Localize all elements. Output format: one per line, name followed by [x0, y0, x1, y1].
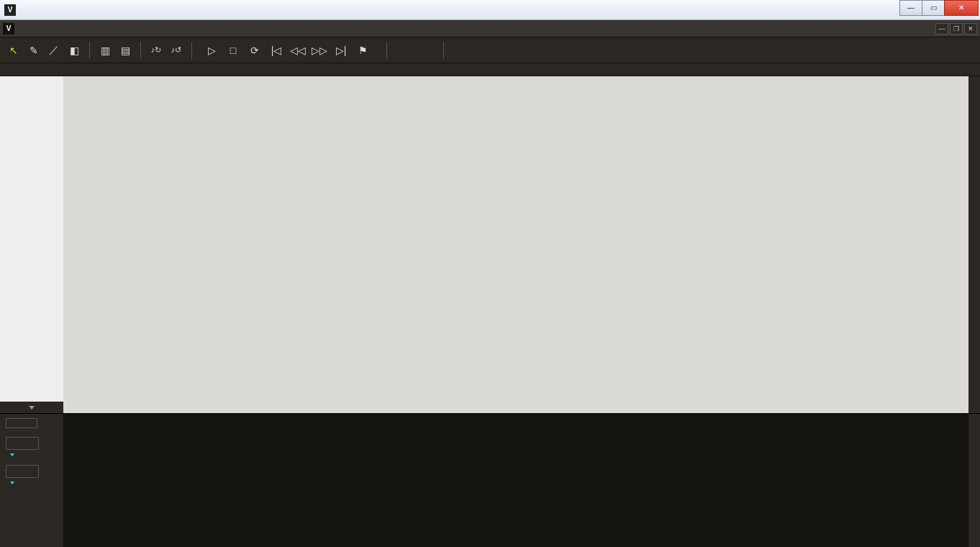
param-value-box[interactable]: [6, 418, 37, 428]
vertical-scrollbar[interactable]: [968, 76, 980, 413]
window-minimize-button[interactable]: —: [899, 0, 922, 16]
piano-roll: [0, 76, 980, 413]
param-vertical-scrollbar[interactable]: [968, 414, 980, 547]
parameter-canvas[interactable]: [63, 414, 968, 547]
play-button[interactable]: ▷: [202, 41, 221, 60]
marker-button[interactable]: ⚑: [353, 41, 372, 60]
parameter-sidebar: [0, 414, 63, 547]
mdi-minimize-button[interactable]: —: [935, 23, 948, 35]
piano-keys[interactable]: [0, 76, 63, 413]
timeline-ruler[interactable]: [0, 63, 980, 76]
mdi-restore-button[interactable]: ❐: [950, 23, 963, 35]
pencil-tool[interactable]: ✎: [24, 41, 43, 60]
window-close-button[interactable]: ✕: [944, 0, 979, 16]
go-end-button[interactable]: ▷|: [332, 41, 350, 60]
app-badge: V: [4, 4, 16, 16]
menu-bar: V — ❐ ✕: [0, 20, 980, 37]
region-tool-a[interactable]: ▥: [96, 41, 114, 60]
main-toolbar: ↖ ✎ ／ ◧ ▥ ▤ ♪↻ ♪↺ ▷ □ ⟳ |◁ ◁◁ ▷▷ ▷| ⚑: [0, 37, 980, 63]
region-tool-b[interactable]: ▤: [116, 41, 135, 60]
voice-swap-a[interactable]: ♪↻: [147, 41, 165, 60]
rewind-button[interactable]: ◁◁: [289, 41, 307, 60]
stop-button[interactable]: □: [224, 41, 242, 60]
keys-scroll-down[interactable]: [0, 402, 63, 413]
eraser-tool[interactable]: ◧: [65, 41, 83, 60]
window-titlebar: V — ▭ ✕: [0, 0, 980, 20]
app-badge-small: V: [3, 23, 14, 35]
window-maximize-button[interactable]: ▭: [922, 0, 945, 16]
mdi-close-button[interactable]: ✕: [964, 23, 977, 35]
go-start-button[interactable]: |◁: [267, 41, 286, 60]
note-grid[interactable]: [63, 76, 968, 413]
voice-swap-b[interactable]: ♪↺: [167, 41, 186, 60]
loop-button[interactable]: ⟳: [245, 41, 264, 60]
param-edit-select[interactable]: [6, 437, 39, 450]
line-tool[interactable]: ／: [45, 41, 63, 60]
pointer-tool[interactable]: ↖: [4, 41, 23, 60]
transport-controls: ▷ □ ⟳ |◁ ◁◁ ▷▷ ▷| ⚑: [202, 41, 381, 60]
parameter-panel: [0, 413, 980, 547]
param-back-select[interactable]: [6, 465, 39, 478]
forward-button[interactable]: ▷▷: [310, 41, 329, 60]
